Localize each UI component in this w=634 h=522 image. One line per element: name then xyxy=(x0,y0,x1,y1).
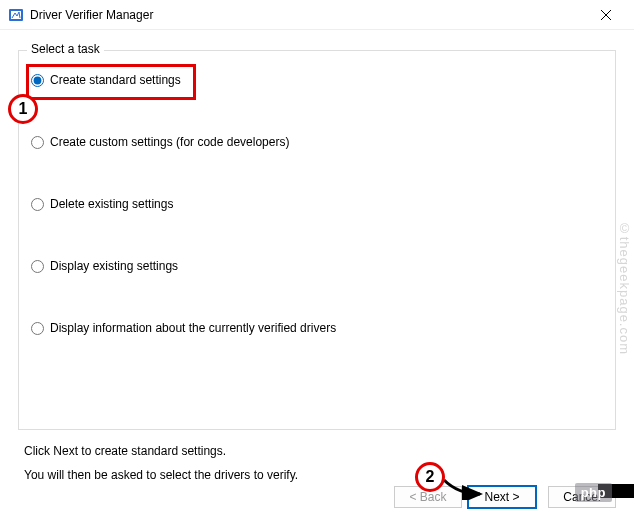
instruction-line-2: You will then be asked to select the dri… xyxy=(24,468,616,482)
radio-label-custom[interactable]: Create custom settings (for code develop… xyxy=(50,135,289,149)
radio-delete-existing[interactable]: Delete existing settings xyxy=(29,197,605,211)
radio-input-custom[interactable] xyxy=(31,136,44,149)
content-area: Select a task Create standard settings C… xyxy=(0,30,634,482)
window-title: Driver Verifier Manager xyxy=(30,8,586,22)
instructions-block: Click Next to create standard settings. … xyxy=(18,444,616,482)
radio-label-display[interactable]: Display existing settings xyxy=(50,259,178,273)
titlebar: Driver Verifier Manager xyxy=(0,0,634,30)
next-button[interactable]: Next > xyxy=(468,486,536,508)
radio-display-info[interactable]: Display information about the currently … xyxy=(29,321,605,335)
radio-display-existing[interactable]: Display existing settings xyxy=(29,259,605,273)
app-icon xyxy=(8,7,24,23)
back-button: < Back xyxy=(394,486,462,508)
task-groupbox: Select a task Create standard settings C… xyxy=(18,50,616,430)
close-icon[interactable] xyxy=(586,7,626,23)
radio-create-custom[interactable]: Create custom settings (for code develop… xyxy=(29,135,605,149)
group-label: Select a task xyxy=(27,42,104,56)
radio-input-display[interactable] xyxy=(31,260,44,273)
radio-create-standard[interactable]: Create standard settings xyxy=(29,73,605,87)
radio-label-standard[interactable]: Create standard settings xyxy=(50,73,181,87)
radio-label-delete[interactable]: Delete existing settings xyxy=(50,197,173,211)
radio-input-delete[interactable] xyxy=(31,198,44,211)
instruction-line-1: Click Next to create standard settings. xyxy=(24,444,616,458)
radio-input-standard[interactable] xyxy=(31,74,44,87)
wizard-button-row: < Back Next > Cancel xyxy=(394,486,616,508)
radio-input-info[interactable] xyxy=(31,322,44,335)
radio-label-info[interactable]: Display information about the currently … xyxy=(50,321,336,335)
redacted-block xyxy=(598,484,634,498)
